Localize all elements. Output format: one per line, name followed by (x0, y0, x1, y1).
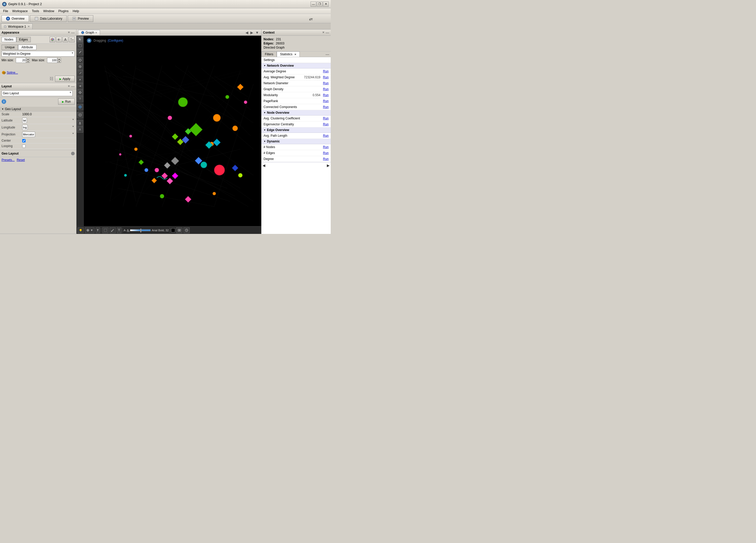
avg-weighted-degree-run[interactable]: Run (323, 75, 329, 79)
nodes-run[interactable]: Run (323, 145, 329, 149)
edges-run[interactable]: Run (323, 151, 329, 155)
max-size-up[interactable]: ▲ (57, 58, 61, 60)
graph-menu-btn[interactable]: ▼ (254, 30, 260, 35)
projection-dropdown[interactable]: Mercator (22, 132, 35, 137)
workspace-tab-close[interactable]: ✕ (28, 25, 30, 28)
latitude-dropdown[interactable]: lat (22, 118, 27, 123)
min-size-up[interactable]: ▲ (26, 58, 30, 60)
degree-run[interactable]: Run (323, 157, 329, 161)
reset-zoom-btn[interactable] (183, 227, 190, 233)
edge-tool-btn[interactable] (110, 227, 116, 233)
spline-link[interactable]: Spline... (7, 71, 18, 74)
appearance-close[interactable]: ✕ (68, 31, 70, 34)
nav-tab-preview[interactable]: Preview (68, 15, 93, 22)
unique-tab[interactable]: Unique (2, 45, 18, 50)
tool-brush[interactable] (77, 49, 83, 55)
pagerank-run[interactable]: Run (323, 99, 329, 103)
min-size-input[interactable]: 20 (16, 58, 26, 63)
presets-link[interactable]: Presets... (2, 158, 15, 162)
graph-tab-close[interactable]: ✕ (95, 31, 97, 34)
maximize-button[interactable]: ❐ (317, 2, 322, 7)
avg-degree-run[interactable]: Run (323, 70, 329, 73)
tool-square[interactable] (77, 112, 83, 118)
menu-plugins[interactable]: Plugins (56, 9, 71, 13)
geo-section-header[interactable]: ▼ Geo Layout (0, 107, 76, 112)
layout-close[interactable]: ✕ (68, 85, 70, 88)
network-diameter-run[interactable]: Run (323, 81, 329, 85)
text-size-slider[interactable] (130, 229, 151, 231)
close-button[interactable]: ✕ (323, 2, 329, 7)
connected-components-run[interactable]: Run (323, 105, 329, 109)
longitude-dropdown[interactable]: lng (22, 125, 28, 130)
minimize-button[interactable]: — (311, 2, 316, 7)
nodes-tab[interactable]: Nodes (2, 37, 16, 42)
screenshot-btn[interactable] (176, 227, 182, 233)
menu-workspace[interactable]: Workspace (10, 9, 30, 13)
menu-file[interactable]: File (1, 9, 10, 13)
tool-pencil[interactable] (77, 70, 83, 76)
nav-tab-data-laboratory[interactable]: Data Laboratory (30, 15, 67, 22)
tool-paint[interactable] (77, 64, 83, 70)
audio-icon-btn[interactable] (56, 37, 62, 42)
statistics-tab[interactable]: Statistics ✕ (277, 51, 300, 57)
stats-tab-close[interactable]: ✕ (294, 53, 296, 56)
tool-text-a[interactable]: A (77, 120, 83, 126)
looping-checkbox[interactable] (22, 144, 26, 148)
menu-tools[interactable]: Tools (30, 9, 41, 13)
graph-density-run[interactable]: Run (323, 87, 329, 91)
tool-pen2[interactable] (77, 77, 83, 83)
text-toggle-btn[interactable]: T (96, 227, 100, 233)
graph-prev-btn[interactable]: ◀ (245, 30, 249, 35)
dynamic-header[interactable]: ▼ Dynamic (261, 139, 331, 144)
select-tool-btn[interactable] (102, 227, 109, 233)
context-close[interactable]: ✕ (322, 31, 325, 34)
appearance-minimize[interactable]: — (71, 30, 75, 35)
apply-button[interactable]: ▶ Apply (55, 76, 75, 82)
edges-tab[interactable]: Edges (16, 37, 31, 42)
tool-diamond[interactable] (77, 57, 83, 63)
light-bulb-btn[interactable] (78, 227, 84, 233)
layout-info-btn[interactable]: i (2, 99, 6, 104)
graph-tab[interactable]: Graph ✕ (78, 30, 100, 35)
attribute-tab[interactable]: Attribute (18, 45, 36, 50)
network-overview-header[interactable]: ▼ Network Overview (261, 63, 331, 68)
color-swatch[interactable] (171, 228, 175, 232)
workspace-tab-1[interactable]: Workspace 1 ✕ (1, 24, 33, 29)
run-button[interactable]: ▶ Run (58, 98, 75, 105)
stats-scroll-left[interactable]: ◀ (263, 163, 265, 167)
min-size-down[interactable]: ▼ (26, 60, 30, 63)
graph-next-btn[interactable]: ▶ (250, 30, 254, 35)
reset-link[interactable]: Reset (17, 158, 25, 162)
avg-path-length-run[interactable]: Run (323, 134, 329, 137)
text-size-icon-btn[interactable]: A (63, 37, 68, 42)
tool-pointer[interactable] (77, 36, 83, 42)
tool-gear[interactable] (77, 89, 83, 96)
tool-globe[interactable] (77, 104, 83, 110)
tool-question[interactable]: ? (77, 96, 83, 102)
context-minimize[interactable]: — (326, 30, 329, 35)
node-display-btn[interactable]: ▼ (85, 227, 95, 233)
max-size-input[interactable] (47, 58, 57, 63)
graph-canvas[interactable]: Dragging (Configure) (84, 36, 261, 226)
layout-dropdown[interactable]: Geo Layout (2, 90, 73, 96)
text-node-btn[interactable]: T (117, 227, 121, 233)
node-overview-header[interactable]: ▼ Node Overview (261, 110, 331, 116)
text-weight-icon-btn[interactable]: Tw (69, 37, 75, 42)
color-icon-btn[interactable] (50, 37, 55, 42)
tool-rect-select[interactable] (77, 43, 83, 49)
max-size-down[interactable]: ▼ (57, 60, 61, 63)
center-checkbox[interactable] (22, 139, 26, 142)
appearance-dropdown[interactable]: Weighted In-Degree (2, 51, 75, 57)
nav-tab-overview[interactable]: Overview (2, 15, 29, 22)
eigenvector-run[interactable]: Run (323, 123, 329, 126)
layout-minimize[interactable]: — (71, 84, 75, 88)
stats-minimize[interactable]: — (324, 52, 331, 57)
filters-tab[interactable]: Filters (261, 51, 277, 57)
edge-overview-header[interactable]: ▼ Edge Overview (261, 127, 331, 133)
avg-clustering-run[interactable]: Run (323, 117, 329, 120)
stats-scroll-right[interactable]: ▶ (327, 163, 330, 167)
menu-help[interactable]: Help (71, 9, 81, 13)
modularity-run[interactable]: Run (323, 93, 329, 97)
menu-window[interactable]: Window (41, 9, 56, 13)
tool-plane[interactable] (77, 83, 83, 89)
